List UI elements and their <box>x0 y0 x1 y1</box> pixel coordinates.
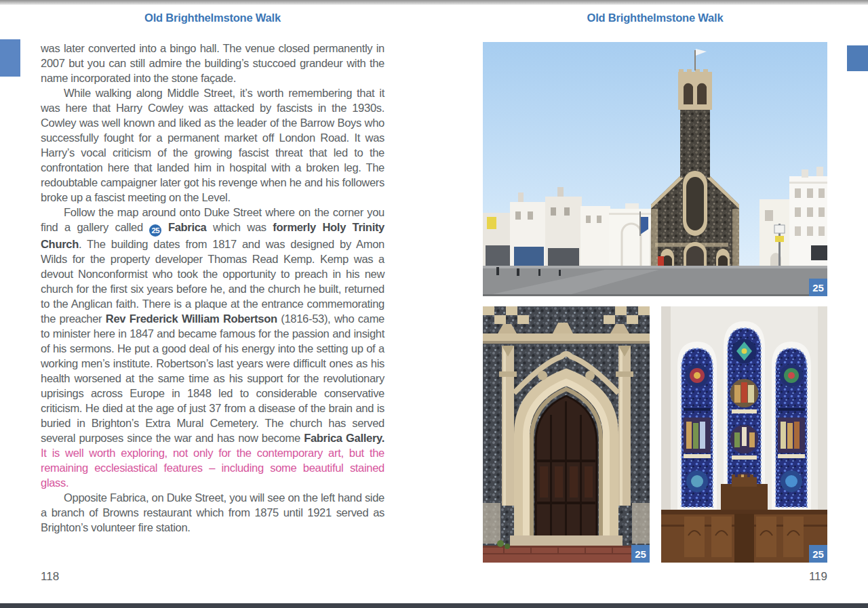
text-run: While walking along Middle Street, it’s … <box>41 87 384 203</box>
text-run: . The building dates from 1817 and was d… <box>41 238 384 325</box>
doorway-photo-illustration <box>483 306 650 563</box>
photo-badge-doorway: 25 <box>631 545 650 563</box>
text-run: Fabrica Gallery. <box>304 432 384 444</box>
photo-church-doorway: 25 <box>483 306 650 563</box>
text-run <box>161 221 168 233</box>
text-run: Rev Frederick William Robertson <box>106 312 277 325</box>
paragraph: Follow the map around onto Duke Street w… <box>41 205 384 490</box>
paragraph: was later converted into a bingo hall. T… <box>41 41 384 85</box>
text-run: was later converted into a bingo hall. T… <box>41 42 384 84</box>
running-head-right: Old Brighthelmstone Walk <box>483 12 827 24</box>
text-run: Opposite Fabrica, on Duke Street, you wi… <box>41 491 384 533</box>
wooden-door <box>536 396 597 537</box>
page-number-left: 118 <box>41 570 59 584</box>
top-window-edge <box>0 0 868 5</box>
paragraph: Opposite Fabrica, on Duke Street, you wi… <box>41 490 384 535</box>
book-spread: Old Brighthelmstone Walk Old Brighthelms… <box>0 0 868 608</box>
photo-badge-church: 25 <box>809 279 827 296</box>
text-run: Fabrica <box>168 221 207 233</box>
chapter-tab-left <box>0 39 20 77</box>
text-run: which was <box>206 221 273 233</box>
stained-glass-photo-illustration <box>661 306 827 563</box>
text-run: It is well worth exploring, not only for… <box>41 447 384 489</box>
window-left <box>677 342 717 510</box>
map-marker-25-icon: 25 <box>149 224 161 237</box>
paragraph: While walking along Middle Street, it’s … <box>41 85 384 205</box>
text-run: (1816-53), who came to minister here in … <box>41 312 384 444</box>
page-number-right: 119 <box>483 570 827 584</box>
photo-badge-stained-glass: 25 <box>809 545 827 563</box>
body-text: was later converted into a bingo hall. T… <box>41 41 384 535</box>
church-photo-illustration <box>483 42 827 296</box>
bottom-window-edge <box>0 603 868 608</box>
photo-church-exterior: 25 <box>483 42 827 296</box>
chapter-tab-right <box>847 45 868 71</box>
stone-cornice-and-corbels <box>483 323 650 344</box>
running-head-left: Old Brighthelmstone Walk <box>41 12 384 24</box>
photo-stained-glass: 25 <box>661 306 827 563</box>
window-right <box>772 342 811 510</box>
